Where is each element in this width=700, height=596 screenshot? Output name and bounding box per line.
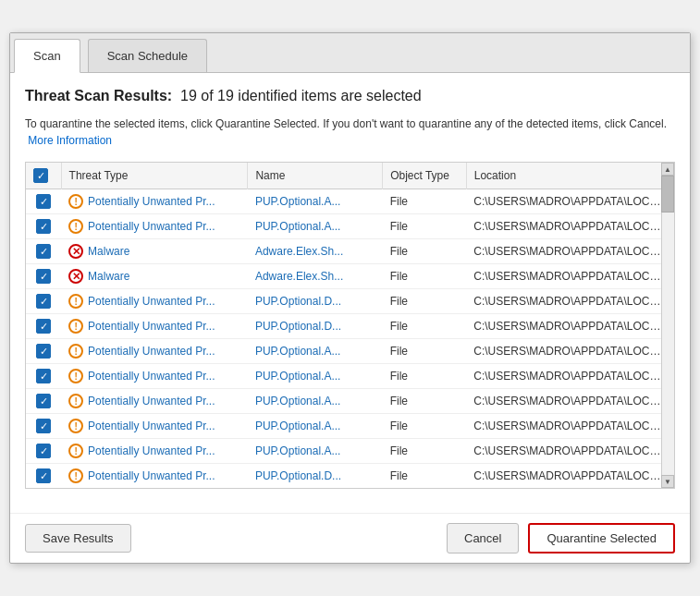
- table-row: ✓!Potentially Unwanted Pr...PUP.Optional…: [26, 439, 674, 464]
- row-location: C:\USERS\MADRO\APPDATA\LOCAL\...: [466, 189, 673, 214]
- row-object-type: File: [383, 264, 467, 289]
- row-checkbox-cell[interactable]: ✓: [26, 264, 61, 289]
- row-object-type: File: [383, 364, 467, 389]
- row-checkbox[interactable]: ✓: [36, 419, 51, 433]
- row-checkbox[interactable]: ✓: [36, 394, 51, 408]
- row-object-type: File: [383, 289, 467, 314]
- row-object-type: File: [383, 439, 467, 464]
- row-checkbox[interactable]: ✓: [36, 369, 51, 383]
- warn-icon: !: [68, 468, 83, 483]
- row-location: C:\USERS\MADRO\APPDATA\LOCAL\...: [466, 439, 673, 464]
- row-threat-type: !Potentially Unwanted Pr...: [61, 339, 248, 364]
- row-checkbox-cell[interactable]: ✓: [26, 314, 61, 339]
- row-name: PUP.Optional.A...: [248, 414, 383, 439]
- row-name: PUP.Optional.A...: [248, 189, 383, 214]
- scrollbar-track: ▲ ▼: [661, 163, 674, 488]
- row-checkbox-cell[interactable]: ✓: [26, 339, 61, 364]
- row-checkbox[interactable]: ✓: [36, 294, 51, 309]
- row-location: C:\USERS\MADRO\APPDATA\LOCAL\...: [466, 389, 673, 414]
- row-threat-type: ✕Malware: [61, 239, 248, 264]
- table-row: ✓!Potentially Unwanted Pr...PUP.Optional…: [26, 464, 674, 489]
- row-object-type: File: [383, 339, 467, 364]
- row-checkbox-cell[interactable]: ✓: [26, 239, 61, 264]
- row-checkbox-cell[interactable]: ✓: [26, 289, 61, 314]
- table-row: ✓✕MalwareAdware.Elex.Sh...FileC:\USERS\M…: [26, 239, 674, 264]
- info-text-block: To quarantine the selected items, click …: [25, 116, 675, 149]
- scrollbar-up[interactable]: ▲: [661, 163, 674, 176]
- row-name: Adware.Elex.Sh...: [248, 239, 383, 264]
- row-threat-type: !Potentially Unwanted Pr...: [61, 414, 248, 439]
- row-checkbox-cell[interactable]: ✓: [26, 364, 61, 389]
- table-row: ✓!Potentially Unwanted Pr...PUP.Optional…: [26, 314, 674, 339]
- row-checkbox[interactable]: ✓: [36, 244, 51, 259]
- row-location: C:\USERS\MADRO\APPDATA\LOCAL\...: [466, 339, 673, 364]
- col-header-name: Name: [248, 163, 383, 189]
- row-name: PUP.Optional.A...: [248, 214, 383, 239]
- row-location: C:\USERS\MADRO\APPDATA\LOCAL\...: [466, 414, 673, 439]
- footer: Save Results Cancel Quarantine Selected: [10, 513, 690, 563]
- row-threat-type: !Potentially Unwanted Pr...: [61, 214, 248, 239]
- col-header-obj: Object Type: [383, 163, 467, 189]
- row-name: PUP.Optional.A...: [248, 389, 383, 414]
- row-threat-type: !Potentially Unwanted Pr...: [61, 189, 248, 214]
- row-location: C:\USERS\MADRO\APPDATA\LOCAL\...: [466, 464, 673, 489]
- table-row: ✓!Potentially Unwanted Pr...PUP.Optional…: [26, 289, 674, 314]
- col-header-check[interactable]: ✓: [26, 163, 61, 189]
- table-row: ✓!Potentially Unwanted Pr...PUP.Optional…: [26, 214, 674, 239]
- row-object-type: File: [383, 464, 467, 489]
- row-checkbox-cell[interactable]: ✓: [26, 414, 61, 439]
- cancel-button[interactable]: Cancel: [447, 523, 519, 553]
- scrollbar-thumb[interactable]: [661, 176, 674, 213]
- table-row: ✓!Potentially Unwanted Pr...PUP.Optional…: [26, 414, 674, 439]
- row-location: C:\USERS\MADRO\APPDATA\LOCAL\...: [466, 214, 673, 239]
- row-name: PUP.Optional.A...: [248, 339, 383, 364]
- row-checkbox[interactable]: ✓: [36, 319, 51, 334]
- warn-icon: !: [68, 294, 83, 309]
- row-object-type: File: [383, 189, 467, 214]
- quarantine-selected-button[interactable]: Quarantine Selected: [528, 523, 675, 553]
- row-name: PUP.Optional.A...: [248, 364, 383, 389]
- table-row: ✓!Potentially Unwanted Pr...PUP.Optional…: [26, 389, 674, 414]
- warn-icon: !: [68, 219, 83, 234]
- warn-icon: !: [68, 394, 83, 408]
- tab-scan[interactable]: Scan: [14, 39, 80, 73]
- row-checkbox-cell[interactable]: ✓: [26, 389, 61, 414]
- error-icon: ✕: [68, 269, 83, 284]
- row-name: PUP.Optional.D...: [248, 289, 383, 314]
- results-table: ✓ Threat Type Name Object Type Location …: [26, 163, 674, 488]
- row-checkbox[interactable]: ✓: [36, 194, 51, 209]
- main-window: Scan Scan Schedule Threat Scan Results: …: [9, 32, 691, 564]
- row-threat-type: !Potentially Unwanted Pr...: [61, 464, 248, 489]
- row-checkbox[interactable]: ✓: [36, 344, 51, 359]
- more-info-link[interactable]: More Information: [28, 134, 112, 147]
- table-row: ✓!Potentially Unwanted Pr...PUP.Optional…: [26, 189, 674, 214]
- save-results-button[interactable]: Save Results: [25, 524, 131, 553]
- row-location: C:\USERS\MADRO\APPDATA\LOCAL\...: [466, 239, 673, 264]
- col-header-threat: Threat Type: [61, 163, 248, 189]
- row-checkbox-cell[interactable]: ✓: [26, 214, 61, 239]
- error-icon: ✕: [68, 244, 83, 259]
- warn-icon: !: [68, 419, 83, 433]
- row-object-type: File: [383, 314, 467, 339]
- row-object-type: File: [383, 414, 467, 439]
- select-all-checkbox[interactable]: ✓: [33, 168, 48, 183]
- row-checkbox-cell[interactable]: ✓: [26, 439, 61, 464]
- warn-icon: !: [68, 444, 83, 458]
- row-checkbox[interactable]: ✓: [36, 444, 51, 458]
- table-row: ✓!Potentially Unwanted Pr...PUP.Optional…: [26, 339, 674, 364]
- row-threat-type: ✕Malware: [61, 264, 248, 289]
- results-title: Threat Scan Results: 19 of 19 identified…: [25, 88, 675, 104]
- tab-scan-schedule[interactable]: Scan Schedule: [88, 39, 207, 72]
- row-checkbox[interactable]: ✓: [36, 269, 51, 284]
- row-checkbox[interactable]: ✓: [36, 219, 51, 234]
- results-title-prefix: Threat Scan Results:: [25, 88, 172, 103]
- row-checkbox-cell[interactable]: ✓: [26, 189, 61, 214]
- warn-icon: !: [68, 344, 83, 359]
- main-content: Threat Scan Results: 19 of 19 identified…: [10, 73, 690, 513]
- row-checkbox[interactable]: ✓: [36, 468, 51, 483]
- scrollbar-down[interactable]: ▼: [661, 475, 674, 488]
- row-checkbox-cell[interactable]: ✓: [26, 464, 61, 489]
- row-threat-type: !Potentially Unwanted Pr...: [61, 314, 248, 339]
- row-threat-type: !Potentially Unwanted Pr...: [61, 289, 248, 314]
- row-location: C:\USERS\MADRO\APPDATA\LOCAL\...: [466, 264, 673, 289]
